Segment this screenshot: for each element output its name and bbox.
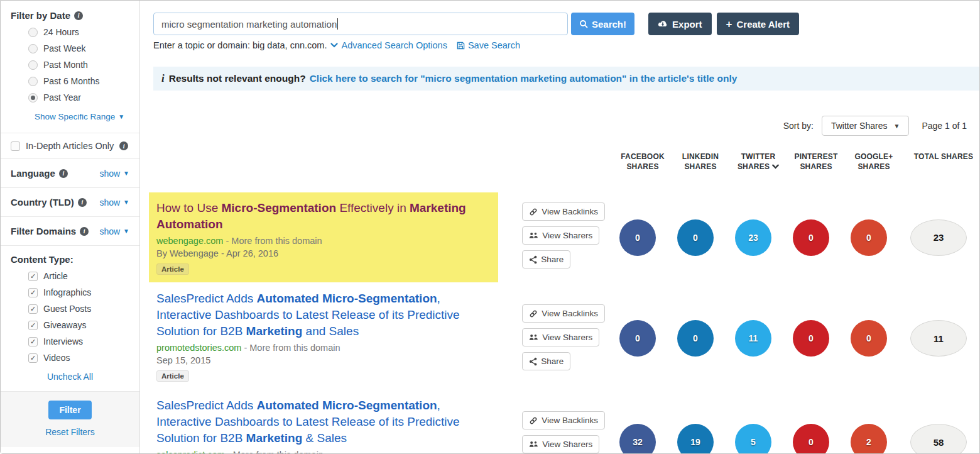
result-title-link[interactable]: SalesPredict Adds Automated Micro-Segmen… bbox=[156, 291, 488, 340]
column-header-google-shares[interactable]: GOOGLE+SHARES bbox=[845, 152, 903, 172]
view-sharers-button[interactable]: View Sharers bbox=[522, 328, 599, 346]
users-icon bbox=[529, 333, 538, 341]
column-header-total-shares[interactable]: TOTAL SHARES bbox=[903, 152, 980, 172]
filter-domains-section: Filter Domains i show ▼ bbox=[1, 217, 139, 246]
googleplus-shares-cell: 0 bbox=[840, 219, 898, 256]
more-from-domain-link[interactable]: More from this domain bbox=[233, 450, 324, 454]
action-button-label: View Backlinks bbox=[542, 416, 598, 425]
export-button[interactable]: Export bbox=[648, 13, 712, 35]
filter-domains-show-label: show bbox=[99, 226, 120, 236]
content-type-option-infographics[interactable]: Infographics bbox=[28, 287, 129, 297]
checkbox-interviews[interactable] bbox=[28, 337, 38, 346]
create-alert-button[interactable]: + Create Alert bbox=[717, 13, 799, 35]
language-show-link[interactable]: show ▼ bbox=[99, 169, 129, 179]
linkedin-shares-cell: 19 bbox=[667, 424, 724, 454]
content-type-option-giveaways[interactable]: Giveaways bbox=[28, 320, 129, 330]
date-option-past-year[interactable]: Past Year bbox=[28, 92, 131, 102]
pinterest-shares-count: 0 bbox=[793, 320, 829, 357]
content-type-option-label: Videos bbox=[43, 353, 70, 363]
twitter-shares-count: 11 bbox=[735, 320, 771, 357]
checkbox-videos[interactable] bbox=[28, 353, 38, 363]
content-type-option-article[interactable]: Article bbox=[28, 271, 129, 281]
content-type-option-interviews[interactable]: Interviews bbox=[28, 336, 129, 346]
date-option-label: 24 Hours bbox=[43, 27, 79, 37]
facebook-shares-count: 0 bbox=[619, 320, 656, 357]
domain-separator: - bbox=[241, 343, 249, 353]
relevance-notice: i Results not relevant enough? Click her… bbox=[153, 67, 979, 91]
column-header-line: PINTEREST bbox=[787, 152, 845, 162]
column-header-twitter-shares[interactable]: TWITTERSHARES bbox=[729, 152, 787, 172]
radio-past-month[interactable] bbox=[28, 60, 38, 70]
result-domain-link[interactable]: webengage.com bbox=[156, 236, 223, 246]
column-header-pinterest-shares[interactable]: PINTERESTSHARES bbox=[787, 152, 845, 172]
result-title-link[interactable]: How to Use Micro-Segmentation Effectivel… bbox=[156, 200, 488, 233]
filter-by-date-heading: Filter by Date i bbox=[11, 10, 131, 21]
info-icon[interactable]: i bbox=[80, 227, 89, 236]
chevron-down-icon bbox=[772, 164, 779, 169]
column-header-facebook-shares[interactable]: FACEBOOKSHARES bbox=[614, 152, 672, 172]
total-shares-count: 23 bbox=[910, 219, 967, 256]
notice-question: Results not relevant enough? bbox=[169, 73, 306, 84]
result-row: How to Use Micro-Segmentation Effectivel… bbox=[149, 192, 979, 282]
share-button[interactable]: Share bbox=[522, 352, 570, 370]
twitter-shares-count: 23 bbox=[735, 219, 771, 256]
filter-domains-show-link[interactable]: show ▼ bbox=[99, 226, 129, 236]
view-sharers-button[interactable]: View Sharers bbox=[522, 226, 599, 245]
domain-separator: - bbox=[223, 236, 231, 246]
facebook-shares-cell: 32 bbox=[609, 424, 667, 454]
uncheck-all-link[interactable]: Uncheck All bbox=[11, 372, 129, 382]
show-specific-range-link[interactable]: Show Specific Range ▼ bbox=[35, 112, 124, 121]
search-input[interactable]: micro segmentation marketing automation bbox=[153, 13, 568, 35]
column-header-line: SHARES bbox=[729, 162, 787, 172]
info-icon[interactable]: i bbox=[59, 169, 68, 178]
result-domain-link[interactable]: salespredict.com bbox=[156, 450, 225, 454]
content-type-option-guest-posts[interactable]: Guest Posts bbox=[28, 304, 129, 314]
checkbox-giveaways[interactable] bbox=[28, 321, 38, 330]
checkbox-article[interactable] bbox=[28, 272, 38, 281]
column-header-linkedin-shares[interactable]: LINKEDINSHARES bbox=[672, 152, 729, 172]
column-header-line: LINKEDIN bbox=[672, 152, 729, 162]
country-label: Country (TLD) bbox=[11, 197, 74, 208]
advanced-search-options-link[interactable]: Advanced Search Options bbox=[330, 40, 447, 50]
reset-filters-link[interactable]: Reset Filters bbox=[1, 427, 139, 437]
content-type-option-label: Article bbox=[43, 271, 68, 281]
more-from-domain-link[interactable]: More from this domain bbox=[249, 343, 340, 353]
save-search-link[interactable]: Save Search bbox=[457, 40, 520, 50]
info-icon[interactable]: i bbox=[119, 141, 128, 150]
country-show-link[interactable]: show ▼ bbox=[99, 197, 129, 208]
country-heading: Country (TLD) i bbox=[11, 197, 87, 208]
date-option-past-6-months[interactable]: Past 6 Months bbox=[28, 76, 131, 86]
facebook-shares-count: 32 bbox=[619, 424, 656, 454]
content-type-option-videos[interactable]: Videos bbox=[28, 353, 129, 363]
checkbox-infographics[interactable] bbox=[28, 288, 38, 297]
radio-past-week[interactable] bbox=[28, 44, 38, 53]
title-only-search-link[interactable]: Click here to search for "micro segmenta… bbox=[310, 73, 738, 84]
search-button[interactable]: Search! bbox=[571, 13, 634, 35]
more-from-domain-link[interactable]: More from this domain bbox=[231, 236, 322, 246]
language-section: Language i show ▼ bbox=[1, 159, 139, 188]
share-button[interactable]: Share bbox=[522, 250, 570, 269]
result-title-link[interactable]: SalesPredict Adds Automated Micro-Segmen… bbox=[156, 397, 488, 446]
date-option-past-week[interactable]: Past Week bbox=[28, 43, 131, 53]
sort-dropdown[interactable]: Twitter Shares ▼ bbox=[822, 116, 909, 136]
linkedin-shares-count: 0 bbox=[677, 320, 714, 357]
view-backlinks-button[interactable]: View Backlinks bbox=[522, 304, 605, 323]
view-backlinks-button[interactable]: View Backlinks bbox=[522, 411, 605, 429]
radio-past-year[interactable] bbox=[28, 93, 38, 102]
view-sharers-button[interactable]: View Sharers bbox=[522, 435, 599, 453]
checkbox-guest-posts[interactable] bbox=[28, 304, 38, 314]
link-icon bbox=[529, 208, 538, 216]
date-option-past-month[interactable]: Past Month bbox=[28, 60, 131, 70]
result-domain-link[interactable]: promotedstories.com bbox=[156, 343, 241, 353]
view-backlinks-button[interactable]: View Backlinks bbox=[522, 202, 605, 221]
filter-button[interactable]: Filter bbox=[48, 401, 91, 419]
title-segment: & Sales bbox=[302, 431, 347, 445]
radio-24-hours[interactable] bbox=[28, 28, 38, 37]
link-icon bbox=[529, 416, 538, 425]
info-icon[interactable]: i bbox=[78, 198, 87, 207]
info-icon[interactable]: i bbox=[74, 11, 83, 20]
radio-past-6-months[interactable] bbox=[28, 77, 38, 86]
in-depth-checkbox[interactable] bbox=[11, 141, 20, 151]
linkedin-shares-count: 0 bbox=[677, 219, 714, 256]
date-option-24-hours[interactable]: 24 Hours bbox=[28, 27, 131, 37]
